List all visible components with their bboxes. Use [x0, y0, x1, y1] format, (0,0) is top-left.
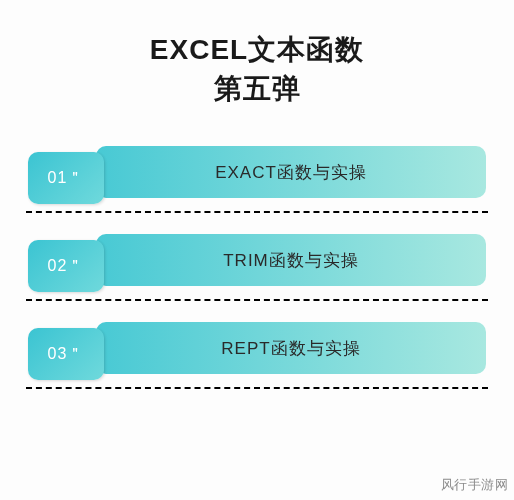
item-number-badge: 02＂ — [28, 240, 104, 292]
item-label: EXACT函数与实操 — [96, 146, 486, 198]
item-label: REPT函数与实操 — [96, 322, 486, 374]
list-item: EXACT函数与实操 01＂ — [28, 146, 486, 208]
content-container: EXCEL文本函数 第五弹 EXACT函数与实操 01＂ TRIM函数与实操 0… — [0, 0, 514, 384]
title-block: EXCEL文本函数 第五弹 — [28, 30, 486, 108]
item-number-badge: 03＂ — [28, 328, 104, 380]
divider — [26, 211, 488, 213]
divider — [26, 387, 488, 389]
item-number-badge: 01＂ — [28, 152, 104, 204]
item-label: TRIM函数与实操 — [96, 234, 486, 286]
title-line-1: EXCEL文本函数 — [28, 30, 486, 69]
list-item: TRIM函数与实操 02＂ — [28, 234, 486, 296]
title-line-2: 第五弹 — [28, 69, 486, 108]
list-item: REPT函数与实操 03＂ — [28, 322, 486, 384]
items-list: EXACT函数与实操 01＂ TRIM函数与实操 02＂ REPT函数与实操 0… — [28, 146, 486, 384]
watermark: 风行手游网 — [441, 476, 509, 494]
divider — [26, 299, 488, 301]
